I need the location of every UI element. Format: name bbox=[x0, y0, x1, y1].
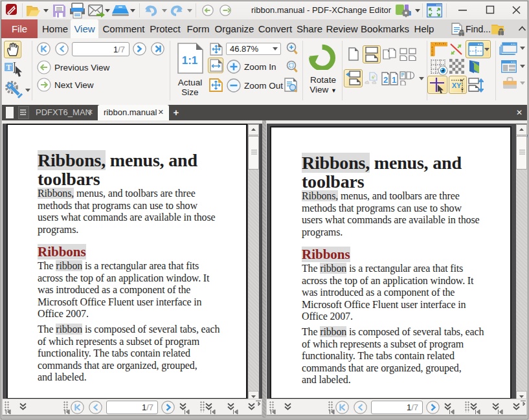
svg-text:2: 2 bbox=[383, 75, 388, 85]
svg-text:1:1: 1:1 bbox=[182, 54, 198, 67]
svg-text:1: 1 bbox=[392, 75, 396, 85]
svg-text:T: T bbox=[6, 63, 11, 72]
svg-text:XY: XY bbox=[452, 82, 462, 89]
